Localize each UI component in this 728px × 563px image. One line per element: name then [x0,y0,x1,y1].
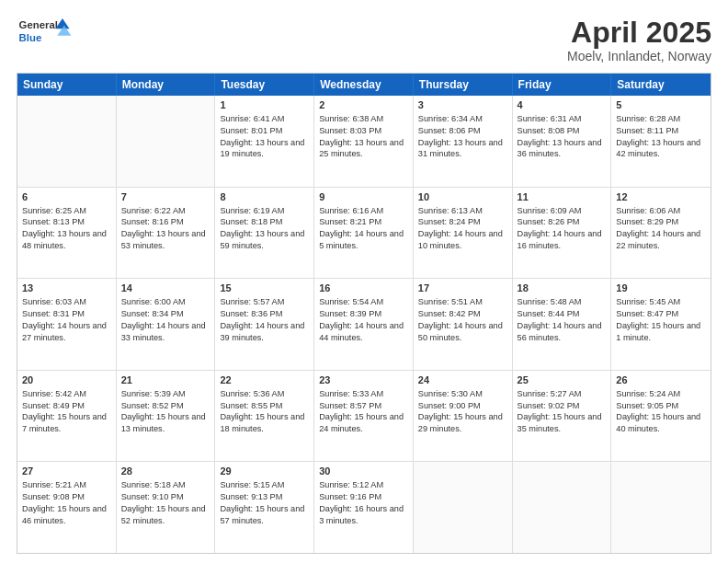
day-number: 28 [121,465,210,478]
sunset-text: Sunset: 9:08 PM [22,492,85,501]
sunset-text: Sunset: 8:34 PM [121,309,184,318]
sunrise-text: Sunrise: 6:03 AM [22,297,86,306]
calendar-cell: 5Sunrise: 6:28 AMSunset: 8:11 PMDaylight… [611,96,711,187]
daylight-text: Daylight: 13 hours and 25 minutes. [319,138,404,159]
sunrise-text: Sunrise: 6:28 AM [616,114,680,123]
daylight-text: Daylight: 16 hours and 3 minutes. [319,504,404,525]
svg-text:Blue: Blue [19,32,42,43]
sunset-text: Sunset: 9:05 PM [616,401,678,410]
day-number: 18 [518,282,607,295]
calendar-cell: 9Sunrise: 6:16 AMSunset: 8:21 PMDaylight… [314,188,414,279]
header-saturday: Saturday [611,74,711,96]
sunrise-text: Sunrise: 6:19 AM [220,206,284,215]
calendar-cell: 6Sunrise: 6:25 AMSunset: 8:13 PMDaylight… [17,188,117,279]
calendar-cell: 17Sunrise: 5:51 AMSunset: 8:42 PMDayligh… [414,279,513,370]
sunrise-text: Sunrise: 5:15 AM [220,480,284,489]
daylight-text: Daylight: 15 hours and 1 minute. [616,321,700,342]
header-wednesday: Wednesday [314,74,414,96]
day-number: 2 [319,98,408,112]
header: General Blue April 2025 Moelv, Innlandet… [17,17,711,63]
daylight-text: Daylight: 13 hours and 19 minutes. [220,138,304,159]
sunset-text: Sunset: 8:13 PM [22,217,85,226]
calendar-week-2: 6Sunrise: 6:25 AMSunset: 8:13 PMDaylight… [17,187,711,279]
sunset-text: Sunset: 8:26 PM [518,217,580,226]
day-number: 1 [220,98,309,112]
calendar-cell: 14Sunrise: 6:00 AMSunset: 8:34 PMDayligh… [117,279,216,370]
sunset-text: Sunset: 8:36 PM [220,309,282,318]
header-sunday: Sunday [17,74,117,96]
sunset-text: Sunset: 8:01 PM [220,126,282,135]
sunset-text: Sunset: 8:55 PM [220,401,282,410]
sunrise-text: Sunrise: 5:42 AM [22,389,86,398]
sunset-text: Sunset: 8:06 PM [418,126,481,135]
daylight-text: Daylight: 14 hours and 39 minutes. [220,321,304,342]
calendar-cell [611,462,711,553]
daylight-text: Daylight: 15 hours and 13 minutes. [121,412,206,433]
calendar-cell: 27Sunrise: 5:21 AMSunset: 9:08 PMDayligh… [17,462,117,553]
calendar: Sunday Monday Tuesday Wednesday Thursday… [17,73,711,554]
sunset-text: Sunset: 9:02 PM [518,401,580,410]
sunrise-text: Sunrise: 6:41 AM [220,114,284,123]
sunset-text: Sunset: 8:18 PM [220,217,282,226]
calendar-cell: 7Sunrise: 6:22 AMSunset: 8:16 PMDaylight… [117,188,216,279]
calendar-cell [513,462,612,553]
calendar-cell: 11Sunrise: 6:09 AMSunset: 8:26 PMDayligh… [513,188,612,279]
calendar-cell: 21Sunrise: 5:39 AMSunset: 8:52 PMDayligh… [117,371,216,462]
calendar-cell: 18Sunrise: 5:48 AMSunset: 8:44 PMDayligh… [513,279,612,370]
sunset-text: Sunset: 8:44 PM [518,309,580,318]
day-number: 30 [319,465,408,478]
day-number: 5 [616,98,706,112]
sunrise-text: Sunrise: 5:51 AM [418,297,483,306]
sunrise-text: Sunrise: 6:00 AM [121,297,186,306]
daylight-text: Daylight: 15 hours and 57 minutes. [220,504,304,525]
sunset-text: Sunset: 8:29 PM [616,217,678,226]
calendar-cell: 2Sunrise: 6:38 AMSunset: 8:03 PMDaylight… [314,96,414,187]
calendar-header: Sunday Monday Tuesday Wednesday Thursday… [17,74,711,96]
sunset-text: Sunset: 8:21 PM [319,217,381,226]
day-number: 10 [418,190,507,204]
header-tuesday: Tuesday [215,74,314,96]
day-number: 25 [518,373,607,387]
day-number: 7 [121,190,210,204]
daylight-text: Daylight: 14 hours and 16 minutes. [518,229,602,250]
daylight-text: Daylight: 13 hours and 31 minutes. [418,138,503,159]
daylight-text: Daylight: 15 hours and 29 minutes. [418,412,503,433]
day-number: 8 [220,190,309,204]
daylight-text: Daylight: 15 hours and 35 minutes. [518,412,602,433]
calendar-cell: 23Sunrise: 5:33 AMSunset: 8:57 PMDayligh… [314,371,414,462]
daylight-text: Daylight: 14 hours and 22 minutes. [616,229,700,250]
sunrise-text: Sunrise: 6:16 AM [319,206,383,215]
calendar-cell: 22Sunrise: 5:36 AMSunset: 8:55 PMDayligh… [215,371,314,462]
daylight-text: Daylight: 15 hours and 52 minutes. [121,504,206,525]
daylight-text: Daylight: 15 hours and 7 minutes. [22,412,107,433]
sunset-text: Sunset: 8:39 PM [319,309,381,318]
sunrise-text: Sunrise: 6:38 AM [319,114,383,123]
calendar-cell: 1Sunrise: 6:41 AMSunset: 8:01 PMDaylight… [215,96,314,187]
daylight-text: Daylight: 13 hours and 42 minutes. [616,138,700,159]
calendar-cell: 30Sunrise: 5:12 AMSunset: 9:16 PMDayligh… [314,462,414,553]
calendar-cell: 13Sunrise: 6:03 AMSunset: 8:31 PMDayligh… [17,279,117,370]
calendar-body: 1Sunrise: 6:41 AMSunset: 8:01 PMDaylight… [17,96,711,553]
sunrise-text: Sunrise: 5:39 AM [121,389,186,398]
sunrise-text: Sunrise: 5:48 AM [518,297,582,306]
calendar-week-1: 1Sunrise: 6:41 AMSunset: 8:01 PMDaylight… [17,96,711,187]
sunrise-text: Sunrise: 6:25 AM [22,206,86,215]
day-number: 23 [319,373,408,387]
daylight-text: Daylight: 13 hours and 53 minutes. [121,229,206,250]
daylight-text: Daylight: 14 hours and 27 minutes. [22,321,107,342]
calendar-cell: 12Sunrise: 6:06 AMSunset: 8:29 PMDayligh… [611,188,711,279]
calendar-cell: 16Sunrise: 5:54 AMSunset: 8:39 PMDayligh… [314,279,414,370]
day-number: 6 [22,190,111,204]
daylight-text: Daylight: 14 hours and 44 minutes. [319,321,404,342]
day-number: 3 [418,98,507,112]
sunset-text: Sunset: 9:16 PM [319,492,381,501]
day-number: 24 [418,373,507,387]
calendar-cell: 3Sunrise: 6:34 AMSunset: 8:06 PMDaylight… [414,96,513,187]
sunrise-text: Sunrise: 5:21 AM [22,480,86,489]
day-number: 13 [22,282,111,295]
sunrise-text: Sunrise: 6:09 AM [518,206,582,215]
sunset-text: Sunset: 8:57 PM [319,401,381,410]
calendar-cell: 4Sunrise: 6:31 AMSunset: 8:08 PMDaylight… [513,96,612,187]
calendar-week-3: 13Sunrise: 6:03 AMSunset: 8:31 PMDayligh… [17,278,711,370]
day-number: 19 [616,282,706,295]
